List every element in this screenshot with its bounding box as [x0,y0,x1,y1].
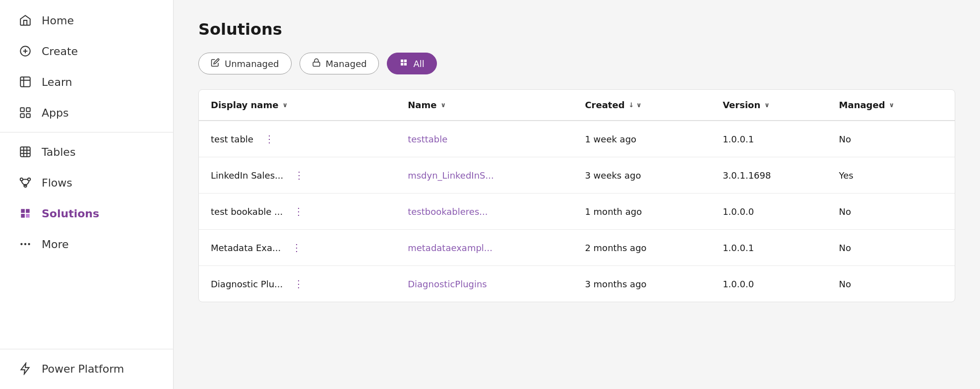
svg-point-8 [28,178,30,181]
sidebar-item-tables[interactable]: Tables [4,137,169,166]
table-row: test bookable ...⋮testbookableres...1 mo… [199,194,955,230]
lock-icon [312,58,321,69]
cell-managed: No [827,230,955,266]
cell-name: testtable [396,121,573,157]
solutions-table-container: Display name ∨ Name ∨ Created ↓ ∨ [198,89,955,302]
sidebar-item-learn-label: Learn [42,76,72,88]
table-row: Metadata Exa...⋮metadataexampl...2 month… [199,230,955,266]
sidebar-divider-1 [0,132,173,132]
home-icon [18,13,33,28]
col-header-managed[interactable]: Managed ∨ [827,90,955,121]
managed-sort-icon: ∨ [889,101,895,109]
sidebar-item-more-label: More [42,238,69,251]
filter-unmanaged-label: Unmanaged [225,59,279,69]
cell-version: 1.0.0.1 [711,230,827,266]
sidebar-item-solutions-label: Solutions [42,207,99,220]
managed-sort[interactable]: Managed ∨ [839,100,895,110]
sidebar-item-power-platform[interactable]: Power Platform [4,354,169,383]
table-row: LinkedIn Sales...⋮msdyn_LinkedInS...3 we… [199,157,955,194]
cell-created: 1 week ago [573,121,711,157]
col-header-name[interactable]: Name ∨ [396,90,573,121]
cell-display-name: LinkedIn Sales...⋮ [199,157,396,194]
row-context-menu-button[interactable]: ⋮ [259,131,279,147]
created-sort[interactable]: Created ↓ ∨ [585,100,641,110]
filter-bar: Unmanaged Managed All [198,53,955,74]
row-context-menu-button[interactable]: ⋮ [287,240,306,256]
cell-created: 3 weeks ago [573,157,711,194]
table-header-row: Display name ∨ Name ∨ Created ↓ ∨ [199,90,955,121]
apps-icon [18,105,33,120]
created-sort-icon: ↓ ∨ [629,101,642,109]
sidebar-item-flows[interactable]: Flows [4,168,169,197]
col-header-created[interactable]: Created ↓ ∨ [573,90,711,121]
pencil-icon [211,58,220,69]
svg-point-7 [20,178,23,181]
filter-managed-button[interactable]: Managed [300,53,379,74]
table-body: test table⋮testtable1 week ago1.0.0.1NoL… [199,121,955,302]
cell-display-name: test table⋮ [199,121,396,157]
svg-point-10 [20,243,22,245]
sidebar-item-apps[interactable]: Apps [4,98,169,127]
name-sort-icon: ∨ [440,101,446,109]
row-context-menu-button[interactable]: ⋮ [289,167,309,183]
svg-rect-1 [20,77,30,87]
sidebar-item-create[interactable]: Create [4,37,169,65]
cell-name: metadataexampl... [396,230,573,266]
cell-managed: Yes [827,157,955,194]
table-row: test table⋮testtable1 week ago1.0.0.1No [199,121,955,157]
cell-name: DiagnosticPlugins [396,266,573,302]
row-context-menu-button[interactable]: ⋮ [289,203,308,219]
sidebar-item-tables-label: Tables [42,146,75,158]
name-sort[interactable]: Name ∨ [408,100,446,110]
filter-all-button[interactable]: All [387,53,436,74]
sidebar-item-create-label: Create [42,45,78,58]
power-platform-icon [18,361,33,376]
solutions-icon [18,206,33,221]
cell-display-name: Metadata Exa...⋮ [199,230,396,266]
book-icon [18,74,33,89]
cell-name: msdyn_LinkedInS... [396,157,573,194]
cell-version: 3.0.1.1698 [711,157,827,194]
version-sort[interactable]: Version ∨ [723,100,770,110]
col-header-display-name[interactable]: Display name ∨ [199,90,396,121]
cell-created: 2 months ago [573,230,711,266]
filter-managed-label: Managed [326,59,367,69]
display-name-sort[interactable]: Display name ∨ [211,100,288,110]
sidebar-item-home-label: Home [42,14,74,27]
svg-rect-5 [26,114,30,118]
cell-version: 1.0.0.0 [711,266,827,302]
cell-managed: No [827,121,955,157]
cell-version: 1.0.0.1 [711,121,827,157]
svg-rect-13 [313,62,320,66]
filter-all-label: All [413,59,424,69]
svg-rect-3 [26,108,30,112]
svg-rect-2 [20,108,24,112]
table-row: Diagnostic Plu...⋮DiagnosticPlugins3 mon… [199,266,955,302]
sidebar-item-learn[interactable]: Learn [4,67,169,96]
flow-icon [18,175,33,190]
sidebar-bottom: Power Platform [0,349,173,384]
display-name-sort-icon: ∨ [282,101,288,109]
col-header-version[interactable]: Version ∨ [711,90,827,121]
cell-managed: No [827,194,955,230]
cell-created: 1 month ago [573,194,711,230]
sidebar: Home Create Learn Apps [0,0,174,389]
sidebar-item-home[interactable]: Home [4,6,169,35]
svg-point-12 [28,243,30,245]
sidebar-item-more[interactable]: More [4,230,169,259]
main-content: Solutions Unmanaged Managed [174,0,980,389]
plus-icon [18,44,33,59]
table-icon [18,144,33,159]
svg-rect-6 [20,147,30,157]
solutions-table: Display name ∨ Name ∨ Created ↓ ∨ [199,90,955,302]
version-sort-icon: ∨ [764,101,770,109]
page-title: Solutions [198,20,955,39]
more-icon [18,237,33,252]
cell-display-name: test bookable ...⋮ [199,194,396,230]
cell-created: 3 months ago [573,266,711,302]
cell-name: testbookableres... [396,194,573,230]
filter-unmanaged-button[interactable]: Unmanaged [198,53,292,74]
sidebar-item-solutions[interactable]: Solutions [4,199,169,228]
row-context-menu-button[interactable]: ⋮ [289,276,308,292]
sidebar-item-power-platform-label: Power Platform [42,363,124,375]
